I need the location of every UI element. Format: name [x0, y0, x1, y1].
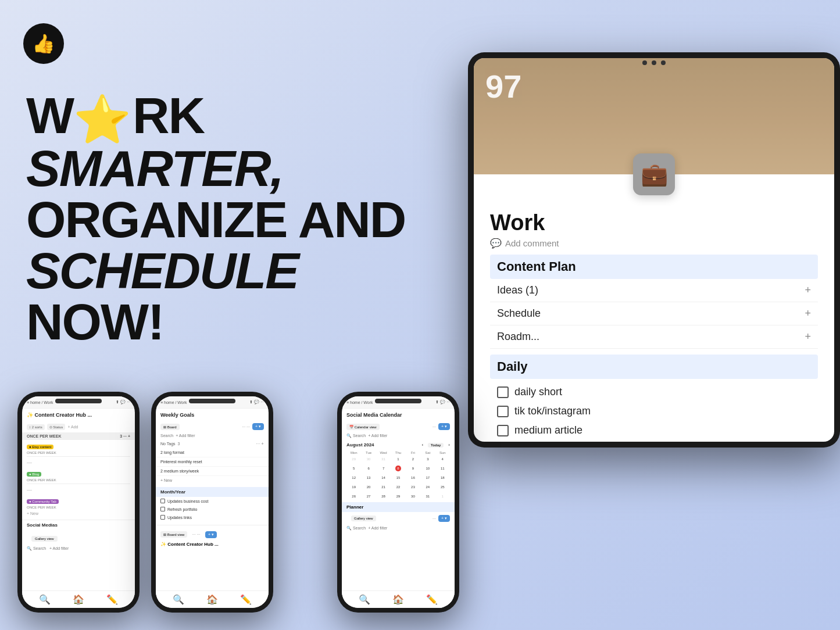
task-item-2[interactable]: Pinterest monthly reset	[156, 457, 269, 467]
cal-day-11[interactable]: 11	[435, 465, 450, 474]
cal-day-25[interactable]: 25	[435, 484, 450, 493]
cal-add-filter[interactable]: + Add filter	[368, 434, 387, 438]
task-item-1[interactable]: 2 long format	[156, 448, 269, 457]
cal-day-12[interactable]: 12	[346, 474, 361, 484]
cal-day-16[interactable]: 16	[406, 474, 420, 484]
planner-search[interactable]: 🔍 Search	[346, 526, 366, 531]
cal-day-6[interactable]: 6	[361, 465, 376, 474]
daily-item-2[interactable]: tik tok/instagram	[490, 402, 818, 421]
phone-3-edit-icon[interactable]: ✏️	[426, 594, 438, 605]
month-task-1[interactable]: Updates business cost	[156, 497, 269, 505]
new-task-btn[interactable]: + New	[156, 476, 269, 485]
phone-1-home-icon[interactable]: 🏠	[73, 594, 84, 605]
phone-2-filter-bar[interactable]: Search + Add filter	[156, 432, 269, 439]
planner-filter-bar[interactable]: 🔍 Search + Add filter	[342, 525, 455, 532]
search-label[interactable]: Search	[160, 434, 173, 438]
cal-day-9[interactable]: 9	[406, 465, 420, 474]
calendar-add-btn[interactable]: + ▾	[438, 423, 450, 430]
phone-3-search-icon[interactable]: 🔍	[359, 594, 370, 605]
month-checkbox-1[interactable]	[160, 499, 165, 503]
calendar-nav[interactable]: ‹ Today ›	[421, 442, 450, 448]
phone-2-screen: ≡ home / Work ⬆ 💬 ··· Weekly Goals ⊞ Boa…	[156, 396, 269, 608]
schedule-item[interactable]: Schedule +	[490, 302, 818, 325]
cal-day-15[interactable]: 15	[391, 474, 405, 484]
gallery-view-btn[interactable]: Gallery view	[31, 536, 58, 542]
phone-1-topbar-icons: ⬆ 💬 ···	[116, 400, 130, 405]
cal-day-20[interactable]: 20	[361, 484, 376, 493]
phone-2-home-icon[interactable]: 🏠	[206, 594, 218, 605]
cal-day-31[interactable]: 31	[420, 493, 435, 502]
cal-day-21[interactable]: 21	[376, 484, 391, 493]
add-action-btn[interactable]: + ▾	[252, 423, 264, 430]
phone-3-toolbar[interactable]: 📅 Calendar view ··· + ▾	[342, 421, 455, 432]
cal-day-18[interactable]: 18	[435, 474, 450, 484]
cal-day-23[interactable]: 23	[406, 484, 420, 493]
ideas-plus-btn[interactable]: +	[805, 284, 811, 296]
cal-day-29-prev[interactable]: 29	[346, 456, 361, 465]
phone-3-home-icon[interactable]: 🏠	[392, 594, 404, 605]
daily-item-3[interactable]: medium article	[490, 421, 818, 440]
planner-gallery-btn[interactable]: Gallery view	[351, 516, 376, 521]
roadmap-item[interactable]: Roadm... +	[490, 325, 818, 349]
phone-1-toolbar[interactable]: ↕ 2 sorts ⊙ Status + Add	[22, 421, 135, 432]
month-checkbox-3[interactable]	[160, 515, 165, 520]
cal-day-24[interactable]: 24	[420, 484, 435, 493]
daily-item-1[interactable]: daily short	[490, 382, 818, 402]
checkbox-3[interactable]	[497, 425, 509, 436]
cal-day-26[interactable]: 26	[346, 493, 361, 502]
cal-day-4[interactable]: 4	[435, 456, 450, 465]
next-month-btn[interactable]: ›	[448, 442, 450, 448]
status-button[interactable]: ⊙ Status	[47, 424, 66, 430]
checkbox-1[interactable]	[497, 386, 509, 398]
cal-day-7[interactable]: 7	[376, 465, 391, 474]
cal-day-28[interactable]: 28	[376, 493, 391, 502]
calendar-view-btn[interactable]: 📅 Calendar view	[346, 424, 380, 430]
month-checkbox-2[interactable]	[160, 507, 165, 511]
tablet-work-title: Work	[490, 210, 818, 235]
prev-month-btn[interactable]: ‹	[421, 442, 423, 448]
cal-day-3[interactable]: 3	[420, 456, 435, 465]
cal-day-5[interactable]: 5	[346, 465, 361, 474]
phone-2-edit-icon[interactable]: ✏️	[240, 594, 252, 605]
board-btn[interactable]: ⊞ Board	[160, 424, 180, 430]
month-task-2[interactable]: Refresh portfolio	[156, 505, 269, 513]
cal-day-19[interactable]: 19	[346, 484, 361, 493]
sorts-button[interactable]: ↕ 2 sorts	[27, 424, 45, 430]
schedule-plus-btn[interactable]: +	[805, 307, 811, 320]
checkbox-2[interactable]	[497, 406, 509, 417]
phone-2-search-icon[interactable]: 🔍	[173, 594, 184, 605]
cal-day-13[interactable]: 13	[361, 474, 376, 484]
tablet-add-comment[interactable]: 💬 Add comment	[490, 238, 818, 249]
phone-3-filter-bar[interactable]: 🔍 Search + Add filter	[342, 432, 455, 440]
phone-1-search-icon[interactable]: 🔍	[39, 594, 51, 605]
cal-day-27[interactable]: 27	[361, 493, 376, 502]
cal-day-31-prev[interactable]: 31	[376, 456, 391, 465]
cal-day-2[interactable]: 2	[406, 456, 420, 465]
cal-day-22[interactable]: 22	[391, 484, 405, 493]
cal-day-1-next[interactable]: 1	[435, 493, 450, 502]
cal-day-1[interactable]: 1	[391, 456, 405, 465]
cal-day-14[interactable]: 14	[376, 474, 391, 484]
cal-day-29[interactable]: 29	[391, 493, 405, 502]
cal-day-30-prev[interactable]: 30	[361, 456, 376, 465]
task-item-3[interactable]: 2 medium story/week	[156, 467, 269, 476]
cal-day-10[interactable]: 10	[420, 465, 435, 474]
add-filter-label[interactable]: + Add filter	[176, 434, 195, 438]
cal-day-30[interactable]: 30	[406, 493, 420, 502]
bottom-add-btn[interactable]: + ▾	[205, 531, 217, 538]
phone-1-edit-icon[interactable]: ✏️	[106, 594, 118, 605]
ideas-item[interactable]: Ideas (1) +	[490, 279, 818, 302]
cal-day-today[interactable]: 8	[391, 465, 405, 474]
planner-add-filter[interactable]: + Add filter	[368, 526, 387, 531]
today-button[interactable]: Today	[428, 443, 444, 448]
camera-dot-2	[652, 60, 656, 65]
roadmap-plus-btn[interactable]: +	[805, 331, 811, 343]
month-task-3[interactable]: Updates links	[156, 513, 269, 521]
phone-2-toolbar[interactable]: ⊞ Board ··· ··· + ▾	[156, 421, 269, 432]
briefcase-icon: 💼	[633, 153, 675, 195]
planner-add-btn[interactable]: + ▾	[438, 515, 450, 522]
cal-day-17[interactable]: 17	[420, 474, 435, 484]
board-view-btn[interactable]: ⊞ Board view	[160, 531, 187, 538]
cal-search-label[interactable]: 🔍 Search	[346, 434, 366, 438]
add-button[interactable]: + Add	[67, 425, 78, 429]
